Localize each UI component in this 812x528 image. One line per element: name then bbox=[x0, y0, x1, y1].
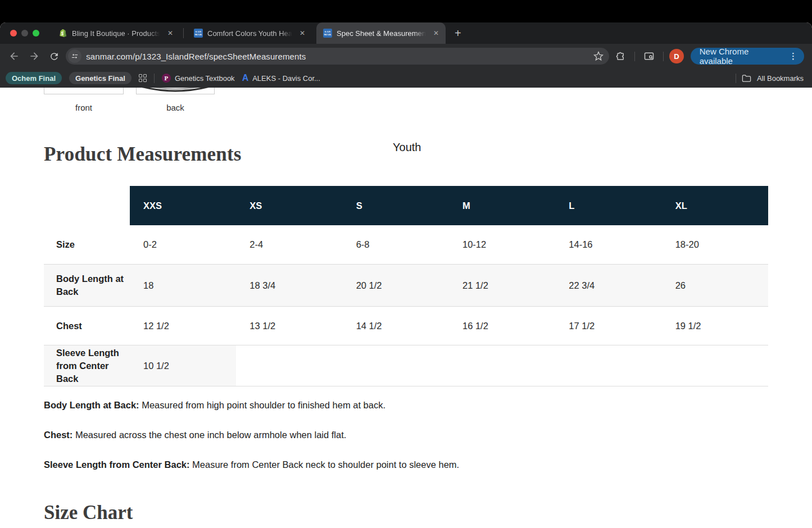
measurement-definitions: Body Length at Back: Measured from high … bbox=[44, 399, 459, 488]
tab-title: Comfort Colors Youth Heavyw bbox=[207, 29, 294, 38]
table-cell: 13 1/2 bbox=[236, 307, 342, 345]
table-cell: 18 bbox=[130, 265, 236, 306]
profile-avatar[interactable]: D bbox=[669, 49, 684, 63]
bookmarks-bar: Ochem Final Genetics Final P Genetics Te… bbox=[0, 69, 812, 88]
browser-window: Bling It Boutique · Products · ✕ SANMAR … bbox=[0, 22, 812, 528]
url-text[interactable]: sanmar.com/p/1323_IslandReef/specSheetMe… bbox=[86, 52, 588, 61]
tab-close-icon[interactable]: ✕ bbox=[166, 28, 174, 38]
row-label: Sleeve Length from Center Back bbox=[44, 345, 130, 386]
zoom-window-button[interactable] bbox=[33, 30, 39, 37]
tab-group-genetics-final[interactable]: Genetics Final bbox=[69, 72, 131, 84]
table-cell: 26 bbox=[662, 265, 768, 306]
tab-strip: Bling It Boutique · Products · ✕ SANMAR … bbox=[0, 22, 812, 44]
footnote-body-length: Body Length at Back: Measured from high … bbox=[44, 399, 459, 411]
table-row: Chest 12 1/2 13 1/2 14 1/2 16 1/2 17 1/2… bbox=[44, 307, 768, 345]
search-tabs-icon[interactable] bbox=[641, 48, 657, 65]
update-chrome-button[interactable]: New Chrome available ⋮ bbox=[691, 48, 804, 65]
bookmark-label: Genetics Textbook bbox=[175, 74, 235, 83]
table-cell: 2-4 bbox=[236, 225, 342, 264]
bookmarks-divider bbox=[736, 74, 736, 83]
column-header: XS bbox=[236, 186, 342, 225]
table-cell: 12 1/2 bbox=[130, 307, 236, 345]
update-chrome-label: New Chrome available bbox=[700, 47, 783, 66]
column-header: S bbox=[343, 186, 449, 225]
table-cell: 14-16 bbox=[555, 225, 661, 264]
bookmark-label: ALEKS - Davis Cor... bbox=[252, 74, 320, 83]
image-label-back: back bbox=[136, 103, 215, 112]
window-controls bbox=[10, 30, 39, 37]
column-header: XL bbox=[662, 186, 768, 225]
forward-button[interactable] bbox=[26, 48, 43, 65]
toolbar-divider bbox=[663, 52, 664, 61]
table-cell: 19 1/2 bbox=[662, 307, 768, 345]
all-bookmarks-button[interactable]: All Bookmarks bbox=[757, 74, 804, 83]
product-image-back[interactable] bbox=[136, 88, 215, 94]
table-cell: 16 1/2 bbox=[449, 307, 555, 345]
table-cell: 14 1/2 bbox=[343, 307, 449, 345]
table-row: Sleeve Length from Center Back 10 1/2 bbox=[44, 345, 768, 386]
row-label: Body Length at Back bbox=[44, 265, 130, 306]
sanmar-favicon: SANMAR bbox=[194, 29, 203, 38]
tab-bling-it-boutique[interactable]: Bling It Boutique · Products · ✕ bbox=[52, 22, 180, 44]
measurements-table: XXS XS S M L XL Size 0-2 2-4 6-8 10-12 1… bbox=[44, 186, 768, 386]
footnote-sleeve-length: Sleeve Length from Center Back: Measure … bbox=[44, 458, 459, 471]
table-cell: 17 1/2 bbox=[555, 307, 661, 345]
site-info-icon[interactable] bbox=[68, 49, 81, 63]
size-chart-heading: Size Chart bbox=[44, 502, 133, 524]
shopify-favicon bbox=[58, 29, 67, 38]
column-header: L bbox=[555, 186, 661, 225]
tab-divider bbox=[183, 28, 184, 38]
aleks-favicon: A bbox=[242, 73, 249, 83]
table-cell: 21 1/2 bbox=[449, 265, 555, 306]
table-row: Body Length at Back 18 18 3/4 20 1/2 21 … bbox=[44, 265, 768, 307]
tab-title: Bling It Boutique · Products · bbox=[72, 29, 162, 38]
extensions-icon[interactable] bbox=[613, 48, 629, 65]
address-bar[interactable]: sanmar.com/p/1323_IslandReef/specSheetMe… bbox=[66, 48, 609, 65]
tab-groups-grid-icon[interactable] bbox=[139, 74, 147, 82]
page-title: Product Measurements bbox=[44, 143, 242, 166]
close-window-button[interactable] bbox=[10, 30, 17, 37]
bookmark-star-icon[interactable] bbox=[593, 51, 604, 61]
footnote-chest: Chest: Measured across the chest one inc… bbox=[44, 429, 459, 441]
table-cell: 10 1/2 bbox=[130, 345, 236, 386]
table-cell: 18 3/4 bbox=[236, 265, 342, 306]
tab-close-icon[interactable]: ✕ bbox=[432, 28, 440, 38]
table-category-label: Youth bbox=[393, 141, 421, 154]
image-label-front: front bbox=[44, 103, 124, 112]
table-cell: 18-20 bbox=[662, 225, 768, 264]
tab-group-ochem-final[interactable]: Ochem Final bbox=[6, 72, 62, 84]
bookmark-genetics-textbook[interactable]: P Genetics Textbook bbox=[162, 74, 235, 83]
bookmarks-divider bbox=[154, 74, 155, 83]
screen: Bling It Boutique · Products · ✕ SANMAR … bbox=[0, 0, 812, 528]
column-header: XXS bbox=[130, 186, 236, 225]
menu-kebab-icon[interactable]: ⋮ bbox=[789, 51, 797, 61]
tab-comfort-colors[interactable]: SANMAR Comfort Colors Youth Heavyw ✕ bbox=[187, 22, 312, 44]
tab-title: Spec Sheet & Measurements bbox=[337, 29, 428, 38]
table-cell bbox=[343, 345, 449, 386]
tab-spec-sheet-active[interactable]: SANMAR Spec Sheet & Measurements ✕ bbox=[316, 22, 446, 44]
reload-button[interactable] bbox=[46, 48, 62, 65]
tab-close-icon[interactable]: ✕ bbox=[298, 28, 306, 38]
toolbar-divider bbox=[634, 52, 635, 61]
sanmar-favicon: SANMAR bbox=[323, 29, 332, 38]
table-row: Size 0-2 2-4 6-8 10-12 14-16 18-20 bbox=[44, 225, 768, 265]
row-label: Chest bbox=[44, 307, 130, 345]
table-cell bbox=[662, 345, 768, 386]
folder-icon bbox=[742, 74, 751, 83]
column-header: M bbox=[449, 186, 555, 225]
table-cell: 20 1/2 bbox=[343, 265, 449, 306]
product-image-front[interactable] bbox=[44, 88, 124, 94]
pearson-favicon: P bbox=[162, 74, 171, 83]
row-label: Size bbox=[44, 225, 130, 264]
new-tab-button[interactable]: + bbox=[455, 28, 461, 39]
table-header-row: XXS XS S M L XL bbox=[130, 186, 768, 225]
back-button[interactable] bbox=[6, 48, 22, 65]
table-cell: 10-12 bbox=[449, 225, 555, 264]
table-cell: 22 3/4 bbox=[555, 265, 661, 306]
table-cell: 6-8 bbox=[343, 225, 449, 264]
table-cell bbox=[236, 345, 342, 386]
table-cell bbox=[555, 345, 661, 386]
minimize-window-button[interactable] bbox=[21, 30, 28, 37]
page-content: front back Product Measurements Youth XX… bbox=[0, 88, 812, 528]
bookmark-aleks[interactable]: A ALEKS - Davis Cor... bbox=[242, 73, 320, 83]
